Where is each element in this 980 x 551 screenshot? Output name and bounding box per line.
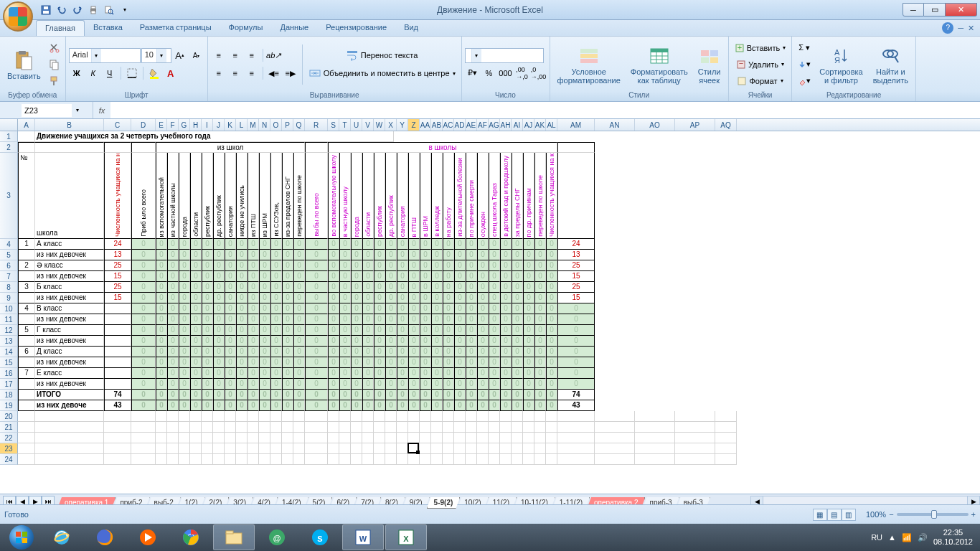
clear-button[interactable]: ▾ <box>795 73 814 89</box>
fill-color-button[interactable] <box>146 65 162 81</box>
bold-button[interactable]: Ж <box>69 65 85 81</box>
increase-indent-icon[interactable]: ≡▶ <box>283 65 298 81</box>
delete-cells-button[interactable]: −Удалить▾ <box>732 57 789 72</box>
autosum-button[interactable]: Σ ▾ <box>795 40 814 56</box>
qat-preview-icon[interactable] <box>102 3 116 17</box>
svg-rect-32 <box>701 50 709 56</box>
formula-bar: ▾ fx <box>0 102 980 119</box>
name-box[interactable]: ▾ <box>22 102 93 118</box>
cell-styles-icon <box>698 44 721 67</box>
minimize-button[interactable]: ─ <box>903 3 924 17</box>
ribbon-tab-home[interactable]: Главная <box>36 20 85 36</box>
orientation-icon[interactable]: ab↗ <box>266 47 282 63</box>
border-button[interactable] <box>124 65 140 81</box>
qat-redo-icon[interactable] <box>70 3 85 17</box>
insert-cells-button[interactable]: +Вставить▾ <box>732 40 789 56</box>
decrease-indent-icon[interactable]: ◀≡ <box>266 65 282 81</box>
qat-more-icon[interactable]: ▾ <box>118 3 132 17</box>
delete-icon: − <box>736 60 746 70</box>
font-name-combo[interactable]: Arial▾ <box>69 48 141 63</box>
svg-rect-23 <box>580 49 598 53</box>
format-as-table-button[interactable]: Форматировать как таблицу <box>626 41 692 88</box>
title-bar: ▾ Движение - Microsoft Excel ─ ▭ ✕ <box>0 0 980 20</box>
name-box-input[interactable] <box>22 104 72 117</box>
formula-input[interactable] <box>110 102 980 118</box>
fx-button[interactable]: fx <box>93 102 110 118</box>
window-controls: ─ ▭ ✕ <box>903 3 977 17</box>
svg-rect-1 <box>43 11 49 14</box>
ribbon-group-styles: Условное форматирование Форматировать ка… <box>550 37 729 101</box>
office-button[interactable] <box>3 1 33 32</box>
format-painter-button[interactable] <box>47 73 62 89</box>
close-button[interactable]: ✕ <box>946 3 977 17</box>
align-left-icon[interactable]: ≡ <box>211 65 227 81</box>
align-top-icon[interactable]: ≡ <box>211 47 227 63</box>
wrap-text-button[interactable]: Перенос текста <box>306 47 458 63</box>
svg-rect-33 <box>710 50 718 56</box>
ribbon-group-alignment: ≡ ≡ ≡ ab↗ ≡ ≡ ≡ ◀≡ ≡▶ <box>208 37 462 101</box>
svg-rect-10 <box>19 51 26 55</box>
paste-button[interactable]: Вставить <box>3 41 45 88</box>
italic-button[interactable]: К <box>85 65 101 81</box>
merge-icon <box>309 67 321 79</box>
align-center-icon[interactable]: ≡ <box>227 65 243 81</box>
ribbon-tab-pagelayout[interactable]: Разметка страницы <box>131 20 220 36</box>
comma-format-icon[interactable]: 000 <box>498 65 514 81</box>
svg-text:Я: Я <box>834 56 840 65</box>
decrease-font-icon[interactable]: A▾ <box>189 47 204 63</box>
format-cells-button[interactable]: Формат▾ <box>732 73 789 89</box>
qat-undo-icon[interactable] <box>55 3 69 17</box>
window-title: Движение - Microsoft Excel <box>437 5 543 15</box>
ribbon-tab-insert[interactable]: Вставка <box>85 20 131 36</box>
sort-filter-button[interactable]: АЯСортировка и фильтр <box>815 41 867 88</box>
svg-rect-20 <box>150 77 159 79</box>
cut-button[interactable] <box>47 40 62 56</box>
ribbon-group-cells: +Вставить▾ −Удалить▾ Формат▾ Ячейки <box>729 37 793 101</box>
svg-rect-40 <box>738 77 745 85</box>
ribbon-tab-data[interactable]: Данные <box>271 20 317 36</box>
increase-decimal-icon[interactable]: ,00→,0 <box>514 65 530 81</box>
qat-print-icon[interactable] <box>86 3 100 17</box>
cell-styles-button[interactable]: Стили ячеек <box>694 41 725 88</box>
svg-rect-4 <box>91 6 95 9</box>
svg-point-13 <box>56 50 59 52</box>
ribbon-group-number: ▾ ₽▾ % 000 ,00→,0 ,0→,00 Число <box>462 37 550 101</box>
svg-line-45 <box>895 57 898 62</box>
qat-save-icon[interactable] <box>39 3 53 17</box>
svg-rect-21 <box>347 51 357 53</box>
ribbon-tab-view[interactable]: Вид <box>395 20 427 36</box>
format-icon <box>737 76 747 86</box>
font-size-combo[interactable]: 10▾ <box>141 48 171 63</box>
number-format-combo[interactable]: ▾ <box>465 48 544 63</box>
percent-format-icon[interactable]: % <box>481 65 497 81</box>
quick-access-toolbar: ▾ <box>39 0 132 19</box>
paste-icon <box>12 49 35 72</box>
copy-button[interactable] <box>47 57 62 72</box>
underline-button[interactable]: Ч <box>102 65 118 81</box>
ribbon-tab-formulas[interactable]: Формулы <box>220 20 272 36</box>
ribbon-tab-review[interactable]: Рецензирование <box>317 20 395 36</box>
increase-font-icon[interactable]: A▴ <box>172 47 188 63</box>
align-middle-icon[interactable]: ≡ <box>227 47 243 63</box>
merge-center-button[interactable]: Объединить и поместить в центре▾ <box>306 65 458 81</box>
help-icon[interactable]: ? <box>942 22 953 34</box>
svg-rect-25 <box>580 59 598 63</box>
svg-rect-18 <box>128 69 136 77</box>
find-select-button[interactable]: Найти и выделить <box>869 41 913 88</box>
svg-text:+: + <box>737 43 741 52</box>
conditional-formatting-button[interactable]: Условное форматирование <box>553 41 625 88</box>
svg-rect-2 <box>44 6 48 9</box>
fill-button[interactable]: ▾ <box>795 57 814 72</box>
svg-rect-35 <box>710 57 718 63</box>
conditional-formatting-icon <box>578 44 600 67</box>
align-bottom-icon[interactable]: ≡ <box>244 47 260 63</box>
sort-filter-icon: АЯ <box>829 44 852 67</box>
decrease-decimal-icon[interactable]: ,0→,00 <box>531 65 547 81</box>
ribbon-minimize-icon[interactable]: ─ <box>958 24 963 32</box>
accounting-format-icon[interactable]: ₽▾ <box>465 65 481 81</box>
align-right-icon[interactable]: ≡ <box>244 65 260 81</box>
svg-rect-15 <box>52 62 58 70</box>
maximize-button[interactable]: ▭ <box>924 3 946 17</box>
ribbon-close-icon[interactable]: ✕ <box>968 24 974 33</box>
font-color-button[interactable]: A <box>163 65 179 81</box>
